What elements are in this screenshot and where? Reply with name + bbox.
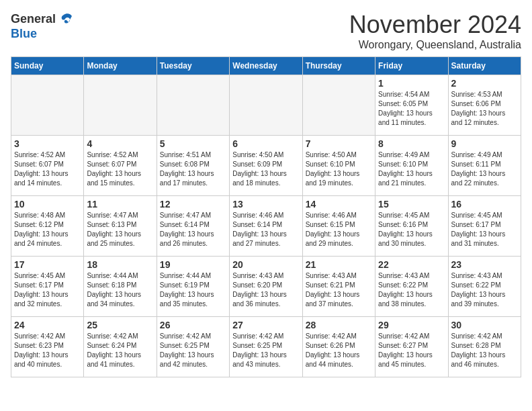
header-wednesday: Wednesday — [230, 57, 302, 75]
table-row: 2Sunrise: 4:53 AM Sunset: 6:06 PM Daylig… — [448, 75, 521, 136]
table-row: 22Sunrise: 4:43 AM Sunset: 6:22 PM Dayli… — [375, 257, 448, 317]
title-section: November 2024 Worongary, Queensland, Aus… — [349, 11, 521, 51]
table-row: 6Sunrise: 4:50 AM Sunset: 6:09 PM Daylig… — [230, 136, 302, 196]
table-row: 17Sunrise: 4:45 AM Sunset: 6:17 PM Dayli… — [11, 257, 84, 317]
day-info: Sunrise: 4:49 AM Sunset: 6:10 PM Dayligh… — [378, 150, 445, 188]
calendar-week-row: 3Sunrise: 4:52 AM Sunset: 6:07 PM Daylig… — [11, 136, 521, 196]
header-monday: Monday — [84, 57, 157, 75]
table-row: 14Sunrise: 4:46 AM Sunset: 6:15 PM Dayli… — [302, 196, 375, 257]
table-row: 24Sunrise: 4:42 AM Sunset: 6:23 PM Dayli… — [11, 317, 84, 377]
table-row: 19Sunrise: 4:44 AM Sunset: 6:19 PM Dayli… — [157, 257, 229, 317]
day-number: 19 — [160, 259, 226, 270]
day-number: 1 — [378, 78, 445, 89]
day-info: Sunrise: 4:42 AM Sunset: 6:25 PM Dayligh… — [160, 332, 226, 369]
day-info: Sunrise: 4:48 AM Sunset: 6:12 PM Dayligh… — [14, 211, 81, 248]
day-number: 3 — [14, 138, 81, 149]
calendar-week-row: 24Sunrise: 4:42 AM Sunset: 6:23 PM Dayli… — [11, 317, 521, 377]
day-number: 14 — [306, 199, 372, 210]
table-row: 1Sunrise: 4:54 AM Sunset: 6:05 PM Daylig… — [375, 75, 448, 136]
table-row: 9Sunrise: 4:49 AM Sunset: 6:11 PM Daylig… — [448, 136, 521, 196]
table-row: 4Sunrise: 4:52 AM Sunset: 6:07 PM Daylig… — [84, 136, 157, 196]
day-number: 5 — [160, 138, 226, 149]
table-row — [157, 75, 229, 136]
table-row: 15Sunrise: 4:45 AM Sunset: 6:16 PM Dayli… — [375, 196, 448, 257]
day-info: Sunrise: 4:52 AM Sunset: 6:07 PM Dayligh… — [14, 150, 81, 188]
day-number: 10 — [14, 199, 81, 210]
day-number: 21 — [306, 259, 372, 270]
page-header: General Blue November 2024 Worongary, Qu… — [11, 11, 521, 51]
calendar-week-row: 1Sunrise: 4:54 AM Sunset: 6:05 PM Daylig… — [11, 75, 521, 136]
day-number: 20 — [232, 259, 299, 270]
day-info: Sunrise: 4:42 AM Sunset: 6:26 PM Dayligh… — [306, 332, 372, 369]
table-row: 10Sunrise: 4:48 AM Sunset: 6:12 PM Dayli… — [11, 196, 84, 257]
day-info: Sunrise: 4:52 AM Sunset: 6:07 PM Dayligh… — [87, 150, 153, 188]
day-number: 17 — [14, 259, 81, 270]
day-info: Sunrise: 4:43 AM Sunset: 6:20 PM Dayligh… — [232, 271, 299, 309]
table-row: 25Sunrise: 4:42 AM Sunset: 6:24 PM Dayli… — [84, 317, 157, 377]
table-row: 5Sunrise: 4:51 AM Sunset: 6:08 PM Daylig… — [157, 136, 229, 196]
day-info: Sunrise: 4:42 AM Sunset: 6:24 PM Dayligh… — [87, 332, 153, 369]
table-row — [302, 75, 375, 136]
day-info: Sunrise: 4:42 AM Sunset: 6:28 PM Dayligh… — [451, 332, 518, 369]
logo-general-text: General — [11, 12, 56, 26]
table-row: 13Sunrise: 4:46 AM Sunset: 6:14 PM Dayli… — [230, 196, 302, 257]
table-row: 27Sunrise: 4:42 AM Sunset: 6:25 PM Dayli… — [230, 317, 302, 377]
calendar-week-row: 10Sunrise: 4:48 AM Sunset: 6:12 PM Dayli… — [11, 196, 521, 257]
table-row — [84, 75, 157, 136]
day-number: 25 — [87, 320, 153, 330]
logo-blue-text: Blue — [11, 27, 37, 41]
day-number: 26 — [160, 320, 226, 330]
calendar-table: Sunday Monday Tuesday Wednesday Thursday… — [11, 56, 521, 377]
day-number: 11 — [87, 199, 153, 210]
day-info: Sunrise: 4:47 AM Sunset: 6:13 PM Dayligh… — [87, 211, 153, 248]
day-info: Sunrise: 4:43 AM Sunset: 6:22 PM Dayligh… — [451, 271, 518, 309]
logo-bird-icon — [58, 11, 75, 27]
day-number: 22 — [378, 259, 445, 270]
table-row: 28Sunrise: 4:42 AM Sunset: 6:26 PM Dayli… — [302, 317, 375, 377]
day-number: 2 — [451, 78, 518, 89]
header-sunday: Sunday — [11, 57, 84, 75]
day-info: Sunrise: 4:42 AM Sunset: 6:23 PM Dayligh… — [14, 332, 81, 369]
day-number: 28 — [306, 320, 372, 330]
day-number: 8 — [378, 138, 445, 149]
day-info: Sunrise: 4:46 AM Sunset: 6:15 PM Dayligh… — [306, 211, 372, 248]
table-row: 26Sunrise: 4:42 AM Sunset: 6:25 PM Dayli… — [157, 317, 229, 377]
day-number: 4 — [87, 138, 153, 149]
day-info: Sunrise: 4:51 AM Sunset: 6:08 PM Dayligh… — [160, 150, 226, 188]
day-number: 29 — [378, 320, 445, 330]
day-info: Sunrise: 4:44 AM Sunset: 6:18 PM Dayligh… — [87, 271, 153, 309]
day-number: 27 — [232, 320, 299, 330]
table-row: 16Sunrise: 4:45 AM Sunset: 6:17 PM Dayli… — [448, 196, 521, 257]
header-saturday: Saturday — [448, 57, 521, 75]
day-number: 30 — [451, 320, 518, 330]
header-tuesday: Tuesday — [157, 57, 229, 75]
day-info: Sunrise: 4:43 AM Sunset: 6:21 PM Dayligh… — [306, 271, 372, 309]
table-row: 20Sunrise: 4:43 AM Sunset: 6:20 PM Dayli… — [230, 257, 302, 317]
table-row: 23Sunrise: 4:43 AM Sunset: 6:22 PM Dayli… — [448, 257, 521, 317]
day-info: Sunrise: 4:43 AM Sunset: 6:22 PM Dayligh… — [378, 271, 445, 309]
day-info: Sunrise: 4:50 AM Sunset: 6:10 PM Dayligh… — [306, 150, 372, 188]
location-text: Worongary, Queensland, Australia — [349, 39, 521, 51]
logo: General Blue — [11, 11, 75, 41]
day-info: Sunrise: 4:44 AM Sunset: 6:19 PM Dayligh… — [160, 271, 226, 309]
table-row: 3Sunrise: 4:52 AM Sunset: 6:07 PM Daylig… — [11, 136, 84, 196]
day-info: Sunrise: 4:50 AM Sunset: 6:09 PM Dayligh… — [232, 150, 299, 188]
table-row: 30Sunrise: 4:42 AM Sunset: 6:28 PM Dayli… — [448, 317, 521, 377]
day-info: Sunrise: 4:45 AM Sunset: 6:16 PM Dayligh… — [378, 211, 445, 248]
table-row: 18Sunrise: 4:44 AM Sunset: 6:18 PM Dayli… — [84, 257, 157, 317]
header-thursday: Thursday — [302, 57, 375, 75]
table-row: 7Sunrise: 4:50 AM Sunset: 6:10 PM Daylig… — [302, 136, 375, 196]
day-number: 7 — [306, 138, 372, 149]
header-friday: Friday — [375, 57, 448, 75]
month-title: November 2024 — [349, 11, 521, 39]
day-number: 13 — [232, 199, 299, 210]
day-info: Sunrise: 4:47 AM Sunset: 6:14 PM Dayligh… — [160, 211, 226, 248]
calendar-header-row: Sunday Monday Tuesday Wednesday Thursday… — [11, 57, 521, 75]
day-info: Sunrise: 4:42 AM Sunset: 6:27 PM Dayligh… — [378, 332, 445, 369]
day-info: Sunrise: 4:46 AM Sunset: 6:14 PM Dayligh… — [232, 211, 299, 248]
table-row: 29Sunrise: 4:42 AM Sunset: 6:27 PM Dayli… — [375, 317, 448, 377]
table-row: 8Sunrise: 4:49 AM Sunset: 6:10 PM Daylig… — [375, 136, 448, 196]
table-row — [230, 75, 302, 136]
day-number: 24 — [14, 320, 81, 330]
day-info: Sunrise: 4:54 AM Sunset: 6:05 PM Dayligh… — [378, 90, 445, 128]
